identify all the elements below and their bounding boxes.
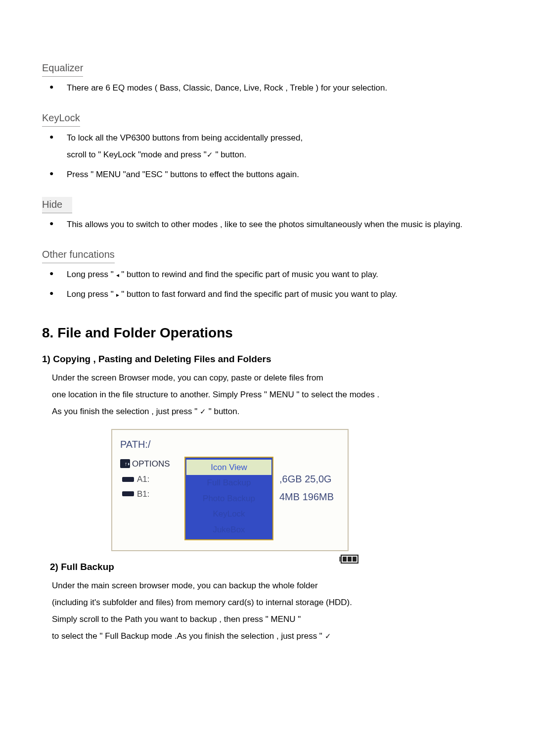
drive-icon	[122, 477, 134, 482]
section-8-heading: 8. File and Folder Operations	[42, 323, 492, 343]
full-backup-heading: 2) Full Backup	[50, 560, 114, 574]
check-icon	[200, 407, 206, 416]
keylock-heading: KeyLock	[42, 110, 80, 127]
device-drive-b[interactable]: B1:	[122, 488, 184, 501]
other-item-1: Long press " " button to rewind and find…	[47, 266, 492, 283]
menu-item-icon-view[interactable]: Icon View	[186, 460, 271, 475]
menu-item-photo-backup[interactable]: Photo Backup	[185, 491, 272, 507]
check-icon	[207, 150, 213, 159]
device-size-col: ,6GB 25,0G 4MB 196MB	[273, 457, 334, 541]
options-icon	[120, 459, 130, 468]
device-options-row[interactable]: OPTIONS	[120, 458, 184, 471]
keylock-item-1: To lock all the VP6300 buttons from bein…	[47, 130, 492, 163]
full-backup-para: Under the main screen browser mode, you …	[52, 577, 492, 645]
check-icon	[325, 631, 331, 641]
other-item-2: Long press " " button to fast forward an…	[47, 286, 492, 303]
copying-pasting-heading: 1) Copying , Pasting and Deleting Files …	[42, 352, 492, 367]
battery-indicator	[339, 553, 358, 566]
device-path-label: PATH:/	[112, 434, 348, 457]
menu-item-keylock[interactable]: KeyLock	[185, 506, 272, 522]
hide-item: This allows you to switch to other modes…	[47, 216, 492, 233]
other-functions-heading: Other funcations	[42, 247, 115, 263]
device-screenshot: PATH:/ OPTIONS A1: B1: Icon View Full Ba…	[111, 429, 349, 552]
drive-icon	[122, 491, 134, 496]
menu-item-full-backup[interactable]: Full Backup	[185, 475, 272, 491]
equalizer-heading: Equalizer	[42, 60, 83, 77]
copying-pasting-para: Under the screen Browser mode, you can c…	[52, 370, 492, 420]
menu-item-jukebox[interactable]: JukeBox	[185, 522, 272, 538]
device-drive-a[interactable]: A1:	[122, 473, 184, 486]
keylock-item-2: Press " MENU "and "ESC " buttons to effe…	[47, 166, 492, 183]
equalizer-item: There are 6 EQ modes ( Bass, Classic, Da…	[47, 80, 492, 96]
hide-heading: Hide	[42, 197, 72, 213]
device-menu[interactable]: Icon View Full Backup Photo Backup KeyLo…	[184, 457, 273, 541]
